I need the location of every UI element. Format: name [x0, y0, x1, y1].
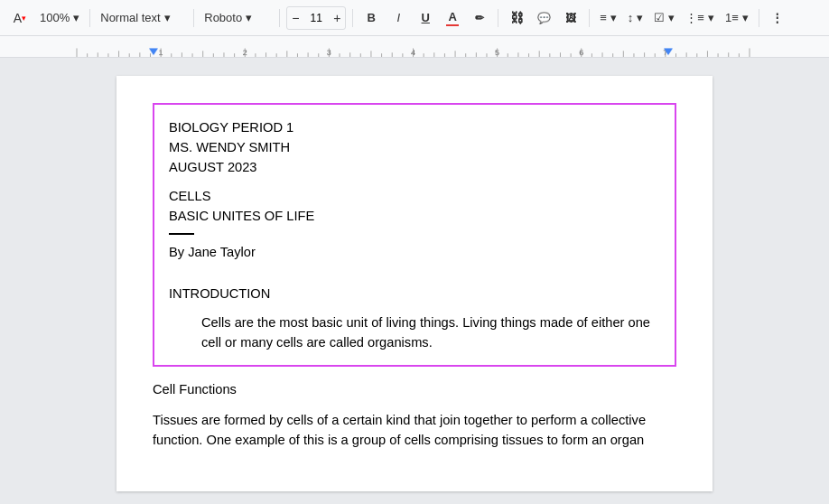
body-paragraph: Tissues are formed by cells of a certain…: [153, 410, 676, 450]
toolbar: A ▾ 100% ▾ Normal text ▾ Roboto ▾ − + B …: [0, 0, 829, 36]
bullet-list-dropdown-arrow: ▾: [708, 11, 714, 24]
decrease-font-button[interactable]: −: [287, 7, 303, 29]
ruler: [0, 36, 829, 58]
numbered-list-dropdown-arrow: ▾: [742, 11, 749, 24]
spell-check-icon: A: [14, 11, 22, 25]
header-line-2: MS. WENDY SMITH: [169, 137, 660, 157]
line-spacing-icon: ↕: [628, 11, 634, 24]
font-color-icon: A: [449, 10, 457, 23]
spell-check-underline: ▾: [22, 14, 26, 23]
underline-button[interactable]: U: [414, 6, 437, 30]
document-page: BIOLOGY PERIOD 1 MS. WENDY SMITH AUGUST …: [116, 76, 713, 491]
bullet-list-dropdown[interactable]: ⋮≡ ▾: [682, 5, 718, 31]
checklist-dropdown-arrow: ▾: [668, 11, 675, 24]
line-spacing-dropdown-arrow: ▾: [637, 11, 643, 24]
align-dropdown-arrow: ▾: [610, 11, 617, 24]
image-button[interactable]: 🖼: [559, 6, 582, 30]
section-title: INTRODUCTION: [169, 284, 660, 303]
more-options-icon: ⋮: [771, 11, 783, 24]
comment-button[interactable]: 💬: [532, 6, 555, 30]
font-value: Roboto: [204, 11, 242, 24]
numbered-list-icon: 1≡: [725, 11, 739, 24]
font-color-bar: [446, 24, 459, 26]
bullet-list-icon: ⋮≡: [685, 11, 704, 24]
separator-6: [589, 9, 590, 27]
line-spacing-dropdown[interactable]: ↕ ▾: [624, 5, 647, 31]
more-options-button[interactable]: ⋮: [766, 6, 789, 30]
style-value: Normal text: [100, 11, 160, 24]
separator-2: [193, 9, 194, 27]
checklist-dropdown[interactable]: ☑ ▾: [650, 5, 678, 31]
below-selected-content: Cell Functions Tissues are formed by cel…: [153, 379, 676, 450]
comment-icon: 💬: [537, 12, 551, 24]
cell-functions-heading: Cell Functions: [153, 379, 676, 399]
separator-3: [279, 9, 280, 27]
align-icon: ≡: [600, 11, 607, 24]
font-size-input[interactable]: [303, 12, 329, 24]
zoom-dropdown[interactable]: 100% ▾: [36, 5, 83, 31]
intro-paragraph: Cells are the most basic unit of living …: [169, 313, 660, 352]
separator-7: [759, 9, 759, 27]
numbered-list-dropdown[interactable]: 1≡ ▾: [722, 5, 752, 31]
title-divider: [169, 233, 194, 235]
highlight-button[interactable]: ✏: [468, 6, 491, 30]
link-button[interactable]: ⛓: [505, 6, 528, 30]
style-dropdown-arrow: ▾: [164, 11, 171, 24]
checklist-icon: ☑: [654, 11, 665, 24]
header-line-1: BIOLOGY PERIOD 1: [169, 117, 660, 137]
separator-5: [498, 9, 498, 27]
bold-button[interactable]: B: [359, 6, 383, 30]
zoom-value: 100%: [40, 11, 70, 24]
font-dropdown[interactable]: Roboto ▾: [200, 5, 273, 31]
increase-font-button[interactable]: +: [329, 7, 345, 29]
font-color-button[interactable]: A: [441, 6, 464, 30]
ruler-canvas: [0, 36, 829, 57]
link-icon: ⛓: [510, 10, 524, 25]
selected-text-block[interactable]: BIOLOGY PERIOD 1 MS. WENDY SMITH AUGUST …: [153, 103, 676, 367]
document-title-1: CELLS: [169, 186, 660, 206]
spell-check-button[interactable]: A ▾: [7, 5, 33, 31]
style-dropdown[interactable]: Normal text ▾: [97, 5, 187, 31]
zoom-dropdown-arrow: ▾: [73, 11, 79, 24]
document-title-2: BASIC UNITES OF LIFE: [169, 206, 660, 226]
font-size-control: − +: [286, 6, 346, 30]
header-line-3: AUGUST 2023: [169, 157, 660, 177]
byline: By Jane Taylor: [169, 242, 660, 262]
separator-4: [352, 9, 353, 27]
image-icon: 🖼: [565, 12, 576, 24]
italic-button[interactable]: I: [387, 6, 410, 30]
separator-1: [89, 9, 90, 27]
document-area[interactable]: BIOLOGY PERIOD 1 MS. WENDY SMITH AUGUST …: [0, 58, 829, 504]
align-dropdown[interactable]: ≡ ▾: [596, 5, 620, 31]
font-dropdown-arrow: ▾: [246, 11, 252, 24]
